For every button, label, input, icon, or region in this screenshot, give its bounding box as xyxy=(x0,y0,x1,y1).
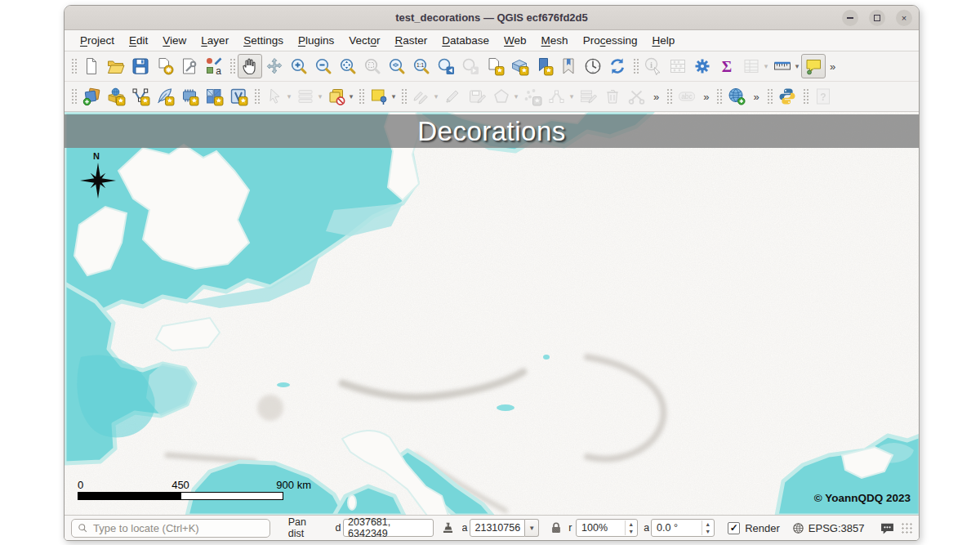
toolbar-overflow-button[interactable]: » xyxy=(826,60,840,73)
menu-web[interactable]: Web xyxy=(497,32,534,49)
menu-mesh[interactable]: Mesh xyxy=(534,32,576,49)
data-source-manager-button[interactable] xyxy=(104,84,128,109)
toolbar-overflow-button[interactable]: » xyxy=(749,91,763,103)
map-tips-button[interactable] xyxy=(801,54,826,78)
processing-toolbox-button[interactable] xyxy=(690,54,715,78)
new-spatial-bookmark-button[interactable] xyxy=(532,54,556,78)
toolbar-overflow-button[interactable]: » xyxy=(649,91,663,103)
new-shapefile-layer-button[interactable] xyxy=(128,84,153,109)
crs-status-button[interactable]: EPSG:3857 xyxy=(791,521,865,535)
deselect-features-all-layers-button[interactable] xyxy=(324,84,349,109)
new-mesh-layer-button[interactable] xyxy=(202,84,226,109)
menu-help[interactable]: Help xyxy=(644,32,682,49)
spin-down-icon[interactable]: ▼ xyxy=(702,528,713,535)
new-3d-map-view-button[interactable] xyxy=(507,54,532,78)
maximize-button[interactable] xyxy=(869,10,885,26)
toolbar-drag-handle[interactable] xyxy=(666,87,672,105)
toolbar-overflow-button[interactable]: » xyxy=(699,91,713,103)
toolbar-drag-handle[interactable] xyxy=(70,87,77,105)
rows-icon xyxy=(296,87,315,106)
refresh-map-button[interactable] xyxy=(605,54,630,78)
temporal-controller-button[interactable] xyxy=(581,54,605,78)
new-project-button[interactable] xyxy=(79,54,104,78)
toolbar-drag-handle[interactable] xyxy=(632,57,639,75)
menu-settings[interactable]: Settings xyxy=(236,32,291,49)
toolbar-drag-handle[interactable] xyxy=(253,87,260,105)
menu-processing[interactable]: Processing xyxy=(576,32,645,49)
map-title-decoration: Decorations xyxy=(65,114,919,148)
resize-grip[interactable] xyxy=(901,522,912,534)
toggle-editing-button xyxy=(440,84,465,109)
zoom-to-layer-button[interactable] xyxy=(385,54,409,78)
statistical-summary-button[interactable] xyxy=(715,54,739,78)
menu-view[interactable]: View xyxy=(155,32,194,49)
toggle-extents-button[interactable] xyxy=(440,520,456,536)
zoom-native-resolution-button[interactable] xyxy=(409,54,434,78)
toolbar-drag-handle[interactable] xyxy=(400,87,407,105)
minimize-button[interactable] xyxy=(842,10,858,26)
zoom-next-button xyxy=(458,54,483,78)
style-manager-button[interactable] xyxy=(202,54,226,78)
tiles-icon xyxy=(204,87,224,106)
save-edits-icon xyxy=(467,87,487,106)
menu-layer[interactable]: Layer xyxy=(194,32,236,49)
new-geopackage-layer-button[interactable] xyxy=(153,84,177,109)
zoom-in-button[interactable] xyxy=(287,54,311,78)
zoom-full-button[interactable] xyxy=(336,54,360,78)
extents-stamp-icon xyxy=(440,520,456,536)
new-print-layout-button[interactable] xyxy=(153,54,177,78)
scale-input[interactable]: 21310756 xyxy=(470,519,525,537)
toolbar-drag-handle[interactable] xyxy=(715,87,722,105)
measure-line-button[interactable] xyxy=(770,54,795,78)
close-button[interactable]: × xyxy=(896,10,912,26)
add-layer-button[interactable] xyxy=(79,84,104,109)
metasearch-button[interactable] xyxy=(724,84,749,109)
locator-placeholder: Type to locate (Ctrl+K) xyxy=(93,522,199,534)
toolbar-drag-handle[interactable] xyxy=(358,87,364,105)
magnifier-spinbox[interactable]: 100% ▲▼ xyxy=(576,519,638,537)
map-canvas[interactable]: Decorations N 0 450 900 km © YoannQDQ 20… xyxy=(65,112,919,515)
render-checkbox[interactable]: ✓ xyxy=(728,522,740,534)
python-console-button[interactable] xyxy=(775,84,800,109)
labeling-options-button[interactable] xyxy=(367,84,391,109)
save-icon xyxy=(131,56,150,76)
show-spatial-bookmarks-button[interactable] xyxy=(556,54,581,78)
toolbar-drag-handle[interactable] xyxy=(766,87,773,105)
pan-map-button[interactable] xyxy=(238,54,262,78)
toolbar-drag-handle[interactable] xyxy=(802,87,808,105)
menu-project[interactable]: Project xyxy=(73,32,122,49)
menu-database[interactable]: Database xyxy=(434,32,497,49)
locator-search-input[interactable]: Type to locate (Ctrl+K) xyxy=(71,519,270,538)
menu-edit[interactable]: Edit xyxy=(122,32,155,49)
check-icon: ✓ xyxy=(730,522,738,534)
show-layout-manager-button[interactable] xyxy=(177,54,202,78)
save-project-button[interactable] xyxy=(128,54,153,78)
vertex-tool-button xyxy=(545,84,569,109)
new-map-view-button[interactable] xyxy=(483,54,507,78)
new-virtual-layer-button[interactable] xyxy=(226,84,251,109)
spin-down-icon[interactable]: ▼ xyxy=(626,528,636,535)
title-bar[interactable]: test_decorations — QGIS ecf676fd2d5 × xyxy=(65,6,919,30)
menu-vector[interactable]: Vector xyxy=(341,32,387,49)
label-pin-icon xyxy=(369,87,389,106)
spin-up-icon[interactable]: ▲ xyxy=(702,520,713,528)
layers-no-icon xyxy=(327,87,346,106)
mag-full-icon xyxy=(338,56,358,76)
coordinate-input[interactable]: 2037681, 6342349 xyxy=(343,519,433,537)
rotation-spinbox[interactable]: 0.0 ° ▲▼ xyxy=(651,519,715,537)
new-temporary-scratch-layer-button[interactable] xyxy=(177,84,202,109)
maximize-icon xyxy=(874,15,880,21)
menu-plugins[interactable]: Plugins xyxy=(291,32,341,49)
toolbar-drag-handle[interactable] xyxy=(229,57,235,75)
lock-scale-button[interactable] xyxy=(549,520,564,535)
zoom-out-button[interactable] xyxy=(311,54,336,78)
open-project-button[interactable] xyxy=(104,54,128,78)
menu-raster[interactable]: Raster xyxy=(388,32,435,49)
toolbar-drag-handle[interactable] xyxy=(70,57,77,75)
zoom-last-button[interactable] xyxy=(434,54,458,78)
pan-map-to-selection-button[interactable] xyxy=(262,54,287,78)
messages-button[interactable] xyxy=(879,520,896,537)
cursor-icon xyxy=(265,87,284,106)
spin-up-icon[interactable]: ▲ xyxy=(626,520,636,528)
scale-dropdown-button[interactable]: ▼ xyxy=(525,519,539,537)
